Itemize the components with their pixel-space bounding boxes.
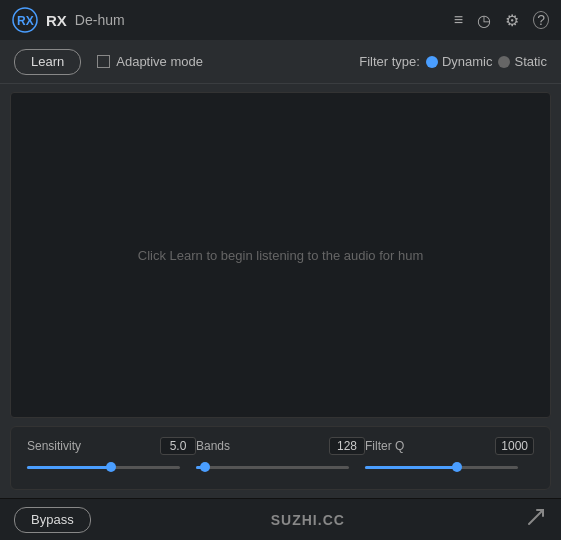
controls-panel: Sensitivity 5.0 Bands 128 (10, 426, 551, 490)
rx-logo: RX (12, 7, 38, 33)
bands-group: Bands 128 (196, 437, 365, 475)
bands-label: Bands (196, 439, 230, 453)
sensitivity-label-row: Sensitivity 5.0 (27, 437, 196, 455)
toolbar: Learn Adaptive mode Filter type: Dynamic… (0, 40, 561, 84)
header-left: RX RX De-hum (12, 7, 125, 33)
footer: Bypass SUZHI.CC (0, 498, 561, 540)
header: RX RX De-hum (0, 0, 561, 40)
filter-type-label: Filter type: (359, 54, 420, 69)
bypass-button[interactable]: Bypass (14, 507, 91, 533)
app-name: RX (46, 12, 67, 29)
dynamic-label: Dynamic (442, 54, 493, 69)
filterq-slider[interactable] (365, 459, 518, 475)
bands-thumb[interactable] (200, 462, 210, 472)
filterq-track (365, 466, 518, 469)
bands-label-row: Bands 128 (196, 437, 365, 455)
clock-icon[interactable] (477, 11, 491, 30)
hint-text: Click Learn to begin listening to the au… (138, 248, 423, 263)
filterq-fill (365, 466, 457, 469)
filterq-value: 1000 (495, 437, 534, 455)
dynamic-radio[interactable]: Dynamic (426, 54, 493, 69)
sliders-row: Sensitivity 5.0 Bands 128 (27, 437, 534, 475)
static-radio-dot (498, 56, 510, 68)
sensitivity-track (27, 466, 180, 469)
filterq-label-row: Filter Q 1000 (365, 437, 534, 455)
static-label: Static (514, 54, 547, 69)
adaptive-mode-checkbox[interactable] (97, 55, 110, 68)
plugin-name: De-hum (75, 12, 125, 28)
sensitivity-slider[interactable] (27, 459, 180, 475)
sensitivity-value: 5.0 (160, 437, 196, 455)
filterq-thumb[interactable] (452, 462, 462, 472)
svg-text:RX: RX (17, 14, 34, 28)
learn-button[interactable]: Learn (14, 49, 81, 75)
visualization-area: Click Learn to begin listening to the au… (10, 92, 551, 418)
header-right (454, 11, 549, 30)
bands-slider[interactable] (196, 459, 349, 475)
bands-value: 128 (329, 437, 365, 455)
adaptive-mode-option[interactable]: Adaptive mode (97, 54, 203, 69)
filter-type-group: Filter type: Dynamic Static (359, 54, 547, 69)
filterq-label: Filter Q (365, 439, 404, 453)
sensitivity-group: Sensitivity 5.0 (27, 437, 196, 475)
sensitivity-label: Sensitivity (27, 439, 81, 453)
adaptive-mode-label: Adaptive mode (116, 54, 203, 69)
filterq-group: Filter Q 1000 (365, 437, 534, 475)
footer-logo: SUZHI.CC (271, 512, 345, 528)
list-icon[interactable] (454, 11, 463, 29)
dynamic-radio-dot (426, 56, 438, 68)
route-icon[interactable] (525, 506, 547, 533)
gear-icon[interactable] (505, 11, 519, 30)
route-svg (525, 506, 547, 528)
sensitivity-thumb[interactable] (106, 462, 116, 472)
help-icon[interactable] (533, 11, 549, 29)
bands-track (196, 466, 349, 469)
sensitivity-fill (27, 466, 111, 469)
static-radio[interactable]: Static (498, 54, 547, 69)
